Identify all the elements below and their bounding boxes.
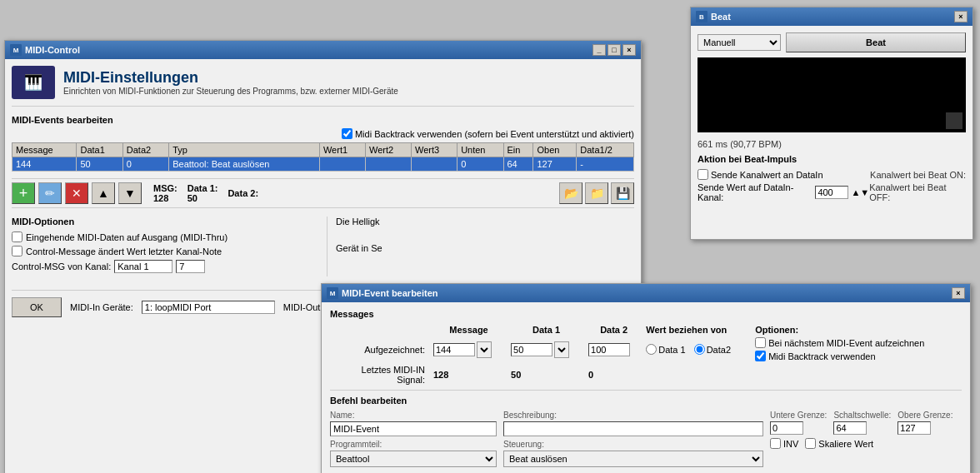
aufgezeichnet-message-cell — [430, 336, 508, 363]
backtrack-row: Midi Backtrack verwenden (sofern bei Eve… — [12, 128, 634, 139]
event-close-button[interactable]: × — [952, 287, 965, 299]
midi-control-title: MIDI-Control — [25, 45, 80, 55]
aufgezeichnet-data1-input[interactable] — [511, 343, 552, 356]
inv-checkbox[interactable] — [770, 438, 781, 449]
col-unten: Unten — [458, 143, 503, 157]
toolbar: + ✏ ✕ ▲ ▼ MSG:128 Data 1:50 Data 2: 📂 📁 … — [12, 178, 634, 208]
eingehend-checkbox[interactable] — [12, 232, 22, 242]
befehl-content: Name: Beschreibung: Programmteil: Bea — [330, 411, 962, 467]
options-label: MIDI-Optionen — [12, 217, 310, 227]
inv-label: INV — [783, 439, 798, 449]
folder-button[interactable]: 📁 — [585, 182, 608, 204]
beat-mode-select[interactable]: Manuell — [698, 34, 781, 51]
letztes-empty1 — [642, 363, 752, 386]
msg-label: MSG:128 — [153, 183, 178, 203]
th-optionen: Optionen: — [752, 324, 962, 336]
midi-title-block: MIDI-Einstellungen Einrichten von MIDI-F… — [63, 69, 398, 96]
event-dialog-title: MIDI-Event bearbeiten — [342, 288, 438, 298]
beat-body: Manuell Beat 661 ms (90,77 BPM) Aktion b… — [691, 26, 972, 212]
delete-button[interactable]: ✕ — [65, 182, 88, 204]
aufgezeichnet-message-input[interactable] — [433, 343, 475, 356]
cell-typ: Beattool: Beat auslösen — [169, 157, 320, 172]
beat-titlebar[interactable]: B Beat × — [691, 7, 972, 26]
aufgezeichnet-data2-input[interactable] — [588, 343, 630, 356]
cell-data2: 0 — [122, 157, 168, 172]
midi-control-titlebar[interactable]: M MIDI-Control _ □ × — [5, 41, 641, 59]
aufgezeichnet-label: Aufgezeichnet: — [330, 336, 430, 363]
options-section: MIDI-Optionen Eingehende MIDI-Daten auf … — [12, 217, 634, 276]
steuerung-select[interactable]: Beat auslösen — [503, 451, 763, 467]
aufgezeichnet-row: Aufgezeichnet: — [330, 336, 962, 363]
save-button[interactable]: 💾 — [611, 182, 634, 204]
event-dialog-controls: × — [952, 287, 965, 299]
sende-kanal-checkbox[interactable] — [698, 169, 708, 180]
obere-grenze-input[interactable] — [898, 421, 931, 435]
control-kanal-input[interactable] — [114, 260, 172, 273]
naechstes-event-checkbox[interactable] — [755, 337, 766, 348]
backtrack-label[interactable]: Midi Backtrack verwenden (sofern bei Eve… — [342, 128, 634, 139]
beat-display — [698, 57, 966, 132]
col-data2: Data2 — [122, 143, 168, 157]
helligkeits-text: Die Helligk — [336, 217, 634, 227]
schaltschwelle-input[interactable] — [833, 421, 867, 435]
midi-in-input[interactable] — [142, 301, 275, 314]
event-icon: M — [327, 287, 338, 299]
programmteil-select[interactable]: Beattool — [330, 451, 497, 467]
add-button[interactable]: + — [12, 182, 35, 204]
control-msg-checkbox[interactable] — [12, 246, 22, 256]
midi-backtrack-checkbox[interactable] — [755, 351, 766, 361]
radio-data2-label: Data2 — [707, 345, 731, 355]
letztes-message-cell: 128 — [430, 363, 508, 386]
steuerung-group: Steuerung: Beat auslösen — [503, 440, 763, 467]
obere-grenze-label: Obere Grenze: — [898, 411, 952, 420]
edit-button[interactable]: ✏ — [38, 182, 62, 204]
midi-backtrack-label: Midi Backtrack verwenden — [768, 351, 875, 361]
backtrack-checkbox[interactable] — [342, 128, 352, 139]
minimize-button[interactable]: _ — [592, 44, 606, 56]
befehl-left: Name: Beschreibung: Programmteil: Bea — [330, 411, 763, 467]
skaliere-group: Skaliere Wert — [805, 438, 873, 449]
beat-opt-sende-kanal: Sende Kanalwert an DataIn Kanalwert bei … — [698, 169, 966, 180]
beat-bpm: 661 ms (90,77 BPM) — [698, 139, 966, 149]
aufgezeichnet-data1-select[interactable] — [554, 341, 569, 358]
beschreibung-input[interactable] — [503, 421, 763, 436]
beat-opt-sende-wert: Sende Wert auf DataIn-Kanal: ▲▼ Kanalwer… — [698, 182, 966, 202]
maximize-button[interactable]: □ — [608, 44, 621, 56]
close-button[interactable]: × — [622, 44, 636, 56]
programmteil-group: Programmteil: Beattool — [330, 440, 497, 467]
control-msg-label: Control-Message ändert Wert letzter Kana… — [26, 246, 222, 256]
sende-wert-spinner[interactable]: ▲▼ — [851, 187, 869, 197]
midi-control-title-left: M MIDI-Control — [10, 44, 80, 56]
cell-oben: 127 — [533, 157, 577, 172]
ok-button[interactable]: OK — [12, 297, 62, 317]
event-dialog-titlebar[interactable]: M MIDI-Event bearbeiten × — [322, 284, 970, 302]
messages-label: Messages — [330, 309, 962, 319]
table-row[interactable]: 144 50 0 Beattool: Beat auslösen 0 64 12… — [12, 157, 634, 172]
up-button[interactable]: ▲ — [92, 182, 115, 204]
th-data1: Data 1 — [508, 324, 585, 336]
inv-skaliere-row: INV Skaliere Wert — [770, 438, 962, 449]
skaliere-checkbox[interactable] — [805, 438, 816, 449]
radio-data2-input[interactable] — [694, 344, 705, 355]
load-button[interactable]: 📂 — [559, 182, 582, 204]
midi-control-window-controls: _ □ × — [592, 44, 636, 56]
untere-grenze-field: Untere Grenze: — [770, 411, 827, 435]
beat-button[interactable]: Beat — [786, 32, 966, 52]
midi-main-title: MIDI-Einstellungen — [63, 69, 398, 87]
beat-close-button[interactable]: × — [954, 11, 968, 22]
radio-data1-input[interactable] — [646, 344, 657, 355]
beat-sende-wert-left: Sende Wert auf DataIn-Kanal: ▲▼ — [698, 182, 869, 202]
down-button[interactable]: ▼ — [118, 182, 142, 204]
letztes-signal-row: Letztes MIDI-IN Signal: 128 50 0 — [330, 363, 962, 386]
aufgezeichnet-message-select[interactable] — [477, 341, 492, 358]
control-msg-row: Control-Message ändert Wert letzter Kana… — [12, 246, 310, 256]
programmteil-steuerung-row: Programmteil: Beattool Steuerung: Beat a… — [330, 440, 763, 467]
cell-unten: 0 — [458, 157, 503, 172]
control-number-input[interactable] — [176, 260, 205, 273]
sende-wert-input[interactable] — [815, 186, 848, 199]
untere-grenze-input[interactable] — [770, 421, 803, 435]
col-data12: Data1/2 — [577, 143, 634, 157]
options-right: Die Helligk Gerät in Se — [327, 217, 634, 276]
name-input[interactable] — [330, 421, 497, 436]
event-dialog-body: Messages Message Data 1 Data 2 Wert bezi… — [322, 302, 970, 473]
